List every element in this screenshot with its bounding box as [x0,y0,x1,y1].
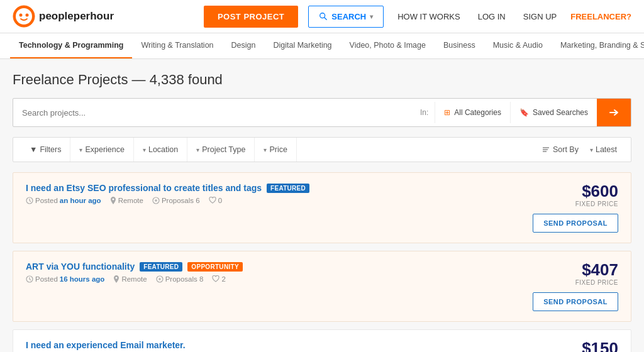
cat-nav-technology[interactable]: Technology & Programming [10,33,132,58]
project-title[interactable]: I need an experienced Email marketer. [26,340,520,350]
project-card-right: $150 FIXED PRICE SEND PROPOSAL [533,340,618,352]
project-price: $150 [582,340,618,352]
log-in-button[interactable]: LOG IN [474,12,509,21]
location-filter-button[interactable]: ▾ Location [134,138,187,162]
proposals-info: Proposals 6 [152,197,200,204]
search-button[interactable]: SEARCH ▾ [308,6,384,28]
posted-time: Posted an hour ago [26,197,101,204]
project-card-left: ART via YOU functionality FEATUREDOPPORT… [26,261,533,283]
opportunity-badge: OPPORTUNITY [187,262,243,272]
svg-point-10 [112,199,114,201]
project-card-left: I need an Etsy SEO professional to creat… [26,183,533,204]
post-project-button[interactable]: POST PROJECT [204,6,298,28]
search-icon [319,12,328,21]
project-card: I need an Etsy SEO professional to creat… [13,172,631,243]
svg-line-5 [325,18,327,20]
filters-button[interactable]: ▼ Filters [21,138,70,162]
cat-nav-design[interactable]: Design [223,33,265,58]
clock-icon [26,197,33,204]
send-proposal-button[interactable]: SEND PROPOSAL [533,214,618,233]
sort-latest-label: Latest [596,145,617,154]
sort-latest-chevron-icon: ▾ [590,146,593,153]
cat-nav-digital-marketing[interactable]: Digital Marketing [264,33,340,58]
search-input[interactable] [13,101,414,125]
project-price-type: FIXED PRICE [575,279,618,286]
filters-bar: ▼ Filters ▾ Experience ▾ Location ▾ Proj… [13,137,631,162]
project-card-left: I need an experienced Email marketer. Po… [26,340,533,352]
project-price-type: FIXED PRICE [575,201,618,207]
project-card-right: $407 FIXED PRICE SEND PROPOSAL [533,261,618,311]
location-icon [113,275,119,283]
project-price: $407 [582,261,618,278]
featured-badge: FEATURED [267,184,309,193]
bookmark-icon: 🔖 [519,108,529,117]
funnel-icon: ▼ [30,145,37,154]
project-meta: Posted an hour ago Remote Proposals 6 0 [26,197,520,204]
location-info: Remote [110,197,143,204]
svg-point-15 [116,277,118,279]
saved-searches-label: Saved Searches [533,108,588,117]
experience-chevron-icon: ▾ [79,146,82,153]
location-chevron-icon: ▾ [143,146,146,153]
category-nav: Technology & Programming Writing & Trans… [0,33,644,59]
project-search-bar: In: ⊞ All Categories 🔖 Saved Searches [13,98,631,127]
main-content: Freelance Projects — 4,338 found In: ⊞ A… [0,59,644,352]
posted-time: Posted 16 hours ago [26,275,104,283]
how-it-works-button[interactable]: HOW IT WORKS [394,12,464,21]
page-title: Freelance Projects — 4,338 found [13,72,631,88]
cat-nav-music[interactable]: Music & Audio [484,33,552,58]
posted-time-value: 16 hours ago [60,275,105,283]
cat-nav-writing[interactable]: Writing & Translation [132,33,222,58]
price-chevron-icon: ▾ [264,146,267,153]
svg-point-3 [26,14,29,17]
projects-list: I need an Etsy SEO professional to creat… [13,172,631,352]
cat-nav-marketing[interactable]: Marketing, Branding & Sales [552,33,644,58]
proposals-icon [152,197,160,204]
cat-nav-business[interactable]: Business [435,33,484,58]
heart-icon [209,197,216,204]
project-card-right: $600 FIXED PRICE SEND PROPOSAL [533,183,618,233]
location-label: Location [148,145,178,154]
project-card: I need an experienced Email marketer. Po… [13,329,631,352]
arrow-right-icon [608,107,619,118]
project-type-filter-button[interactable]: ▾ Project Type [187,138,255,162]
sort-icon [541,145,550,154]
cat-nav-video[interactable]: Video, Photo & Image [341,33,435,58]
search-label: SEARCH [331,12,366,21]
project-title[interactable]: I need an Etsy SEO professional to creat… [26,183,520,193]
likes-info: 0 [209,197,222,204]
saved-searches-button[interactable]: 🔖 Saved Searches [510,102,597,123]
proposals-icon [156,275,164,283]
filters-label: Filters [40,145,61,154]
featured-badge: FEATURED [140,262,182,272]
search-chevron-icon: ▾ [370,13,373,20]
posted-time-value: an hour ago [60,197,101,204]
project-title[interactable]: ART via YOU functionality FEATUREDOPPORT… [26,261,520,272]
clock-icon [26,275,33,283]
sign-up-button[interactable]: SIGN UP [519,12,560,21]
location-icon [110,197,116,204]
search-submit-button[interactable] [597,99,631,126]
location-info: Remote [113,275,147,283]
all-categories-label: All Categories [454,108,501,117]
freelancer-link[interactable]: FREELANCER? [570,12,631,21]
project-card: ART via YOU functionality FEATUREDOPPORT… [13,251,631,322]
send-proposal-button[interactable]: SEND PROPOSAL [533,292,618,311]
project-meta: Posted 16 hours ago Remote Proposals 8 2 [26,275,520,283]
all-categories-button[interactable]: ⊞ All Categories [435,102,510,123]
svg-point-1 [16,8,32,25]
logo[interactable]: peopleperhour [13,5,114,28]
project-type-chevron-icon: ▾ [196,146,199,153]
experience-filter-button[interactable]: ▾ Experience [70,138,134,162]
search-in-label: In: [414,108,435,117]
project-price: $600 [582,183,618,199]
heart-icon [212,275,219,283]
proposals-info: Proposals 8 [156,275,204,283]
price-label: Price [269,145,287,154]
price-filter-button[interactable]: ▾ Price [255,138,296,162]
logo-icon [13,5,35,28]
sort-latest-button[interactable]: ▾ Latest [584,138,623,162]
sort-by-label: Sort By [536,138,584,162]
project-type-label: Project Type [202,145,245,154]
svg-point-2 [19,14,23,17]
